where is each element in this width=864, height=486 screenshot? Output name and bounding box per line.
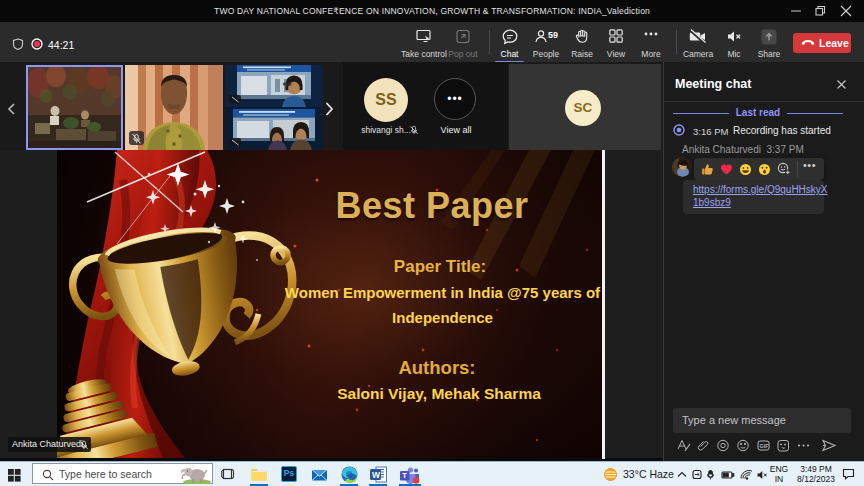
svg-text:GIF: GIF [760,443,770,449]
svg-text:W: W [372,470,381,480]
svg-text:T: T [402,471,407,480]
svg-text:59: 59 [548,30,558,40]
